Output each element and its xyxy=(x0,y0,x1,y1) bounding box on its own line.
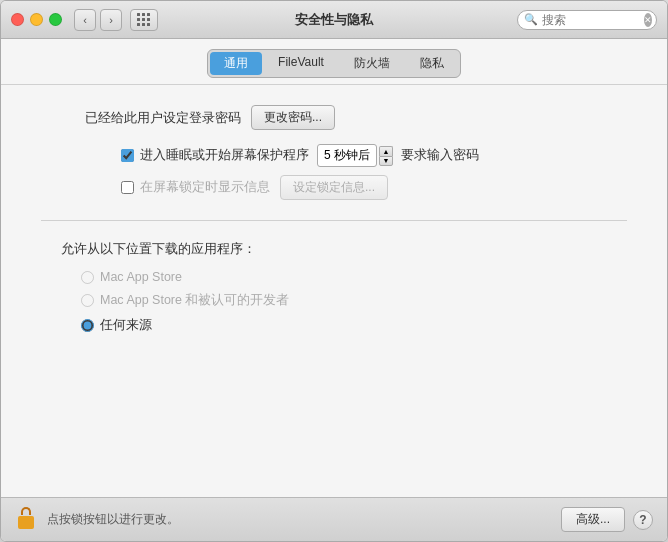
tab-filevault[interactable]: FileVault xyxy=(264,52,338,75)
back-button[interactable]: ‹ xyxy=(74,9,96,31)
screensaver-checkbox[interactable] xyxy=(121,149,134,162)
grid-button[interactable] xyxy=(130,9,158,31)
maximize-button[interactable] xyxy=(49,13,62,26)
tab-firewall[interactable]: 防火墙 xyxy=(340,52,404,75)
radio-anywhere[interactable] xyxy=(81,319,94,332)
lock-body xyxy=(18,516,34,529)
titlebar: ‹ › 安全性与隐私 🔍 ✕ xyxy=(1,1,667,39)
delay-value: 5 秒钟后 xyxy=(317,144,377,167)
lock-message-label: 在屏幕锁定时显示信息 xyxy=(140,179,270,196)
download-title: 允许从以下位置下载的应用程序： xyxy=(61,241,607,258)
password-row: 已经给此用户设定登录密码 更改密码... xyxy=(41,105,627,130)
bottombar: 点按锁按钮以进行更改。 高级... ? xyxy=(1,497,667,541)
lock-status-text: 点按锁按钮以进行更改。 xyxy=(47,511,561,528)
lock-message-row: 在屏幕锁定时显示信息 设定锁定信息... xyxy=(121,175,627,200)
lock-message-checkbox[interactable] xyxy=(121,181,134,194)
screensaver-label: 进入睡眠或开始屏幕保护程序 xyxy=(140,147,309,164)
bottom-right-controls: 高级... ? xyxy=(561,507,653,532)
window-title: 安全性与隐私 xyxy=(295,11,373,29)
spinner-arrows: ▲ ▼ xyxy=(379,146,393,166)
grid-icon xyxy=(137,13,151,27)
delay-spinner: 5 秒钟后 ▲ ▼ xyxy=(317,144,393,167)
nav-buttons: ‹ › xyxy=(74,9,122,31)
back-icon: ‹ xyxy=(83,14,87,26)
download-section: 允许从以下位置下载的应用程序： Mac App Store Mac App St… xyxy=(41,241,627,334)
lock-icon xyxy=(15,507,37,533)
content-area: 已经给此用户设定登录密码 更改密码... 进入睡眠或开始屏幕保护程序 5 秒钟后… xyxy=(1,85,667,497)
search-input[interactable] xyxy=(542,13,642,27)
radio-label-anywhere: 任何来源 xyxy=(100,317,152,334)
tabs-container: 通用 FileVault 防火墙 隐私 xyxy=(207,49,461,78)
search-icon: 🔍 xyxy=(524,13,538,26)
tabbar: 通用 FileVault 防火墙 隐私 xyxy=(1,39,667,85)
search-bar[interactable]: 🔍 ✕ xyxy=(517,10,657,30)
main-window: ‹ › 安全性与隐私 🔍 ✕ 通用 FileVault 防火墙 隐私 xyxy=(0,0,668,542)
tab-general[interactable]: 通用 xyxy=(210,52,262,75)
radio-row-1: Mac App Store 和被认可的开发者 xyxy=(81,292,607,309)
close-button[interactable] xyxy=(11,13,24,26)
radio-mac-app-store-dev[interactable] xyxy=(81,294,94,307)
screensaver-row: 进入睡眠或开始屏幕保护程序 5 秒钟后 ▲ ▼ 要求输入密码 xyxy=(121,144,627,167)
radio-row-0: Mac App Store xyxy=(81,270,607,284)
minimize-button[interactable] xyxy=(30,13,43,26)
radio-label-mac-app-store-dev: Mac App Store 和被认可的开发者 xyxy=(100,292,289,309)
spinner-up-button[interactable]: ▲ xyxy=(379,146,393,156)
forward-button[interactable]: › xyxy=(100,9,122,31)
help-button[interactable]: ? xyxy=(633,510,653,530)
spinner-down-button[interactable]: ▼ xyxy=(379,156,393,166)
password-label: 已经给此用户设定登录密码 xyxy=(41,109,241,127)
change-password-button[interactable]: 更改密码... xyxy=(251,105,335,130)
tab-privacy[interactable]: 隐私 xyxy=(406,52,458,75)
advanced-button[interactable]: 高级... xyxy=(561,507,625,532)
require-password-label: 要求输入密码 xyxy=(401,147,479,164)
divider xyxy=(41,220,627,221)
search-clear-button[interactable]: ✕ xyxy=(644,13,652,27)
lock-message-button: 设定锁定信息... xyxy=(280,175,388,200)
traffic-lights xyxy=(11,13,62,26)
radio-group: Mac App Store Mac App Store 和被认可的开发者 任何来… xyxy=(81,270,607,334)
lock-shackle xyxy=(21,507,31,515)
radio-row-2: 任何来源 xyxy=(81,317,607,334)
radio-label-mac-app-store: Mac App Store xyxy=(100,270,182,284)
radio-mac-app-store[interactable] xyxy=(81,271,94,284)
forward-icon: › xyxy=(109,14,113,26)
